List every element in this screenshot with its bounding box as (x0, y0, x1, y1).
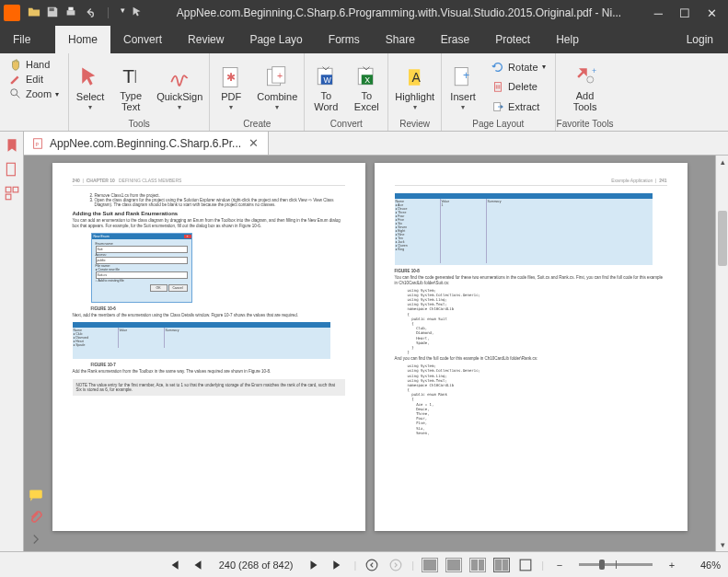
extract-button[interactable]: Extract (489, 99, 548, 114)
close-button[interactable]: ✕ (707, 6, 717, 20)
group-tools-label: Tools (129, 119, 150, 129)
prev-view-button[interactable] (364, 557, 380, 573)
svg-point-32 (390, 560, 401, 571)
menu-protect[interactable]: Protect (482, 26, 543, 53)
highlight-button[interactable]: AHighlight▾ (389, 55, 440, 119)
view-continuous[interactable] (445, 558, 462, 572)
svg-rect-27 (6, 194, 11, 200)
group-convert-label: Convert (330, 119, 363, 129)
bookmarks-tab[interactable] (4, 137, 20, 154)
menu-erase[interactable]: Erase (428, 26, 482, 53)
open-icon[interactable] (28, 6, 40, 21)
document-tab[interactable]: P AppNee.com.Beginning.C.Sharp.6.Pr... ✕ (24, 132, 269, 155)
pdf-button[interactable]: ✱PDF▾ (211, 55, 251, 119)
menu-forms[interactable]: Forms (316, 26, 373, 53)
login-link[interactable]: Login (687, 26, 728, 53)
next-view-button[interactable] (387, 557, 404, 573)
svg-text:P: P (35, 141, 39, 146)
svg-point-3 (11, 89, 17, 96)
add-tools-button[interactable]: +Add Tools (565, 55, 606, 119)
svg-text:T: T (122, 65, 134, 87)
next-page-button[interactable] (306, 557, 322, 573)
zoom-slider[interactable] (579, 563, 653, 566)
first-page-button[interactable] (166, 557, 182, 573)
print-icon[interactable] (64, 6, 77, 21)
attachments-panel-icon[interactable] (28, 509, 44, 525)
svg-text:✱: ✱ (226, 71, 236, 84)
page-view[interactable]: 240 | CHAPTER 10 DEFINING CLASS MEMBERS … (24, 156, 715, 551)
close-tab-button[interactable]: ✕ (247, 136, 260, 150)
svg-text:X: X (365, 75, 371, 85)
fullscreen-button[interactable] (517, 557, 534, 573)
group-create-label: Create (243, 119, 271, 129)
save-icon[interactable] (46, 6, 59, 21)
watermark: APPNEE.COM (559, 499, 688, 518)
scrollbar-thumb[interactable] (718, 211, 727, 266)
svg-rect-2 (68, 6, 73, 10)
view-facing-cont[interactable] (469, 558, 486, 572)
page-number[interactable]: 240 (268 of 842) (214, 560, 299, 571)
svg-text:+: + (592, 65, 596, 75)
last-page-button[interactable] (329, 557, 346, 573)
to-word-button[interactable]: WTo Word (306, 55, 346, 119)
svg-rect-1 (67, 10, 75, 15)
svg-text:+: + (277, 70, 283, 81)
svg-text:+: + (463, 69, 469, 82)
svg-rect-26 (13, 187, 18, 192)
document-tab-label: AppNee.com.Beginning.C.Sharp.6.Pr... (50, 137, 241, 150)
page-left: 240 | CHAPTER 10 DEFINING CLASS MEMBERS … (52, 163, 365, 531)
page-right: Example Application | 241 Name♦ Ace♦ Deu… (375, 163, 688, 531)
window-title: AppNee.com.Beginning.C.Sharp.6.Programmi… (144, 6, 654, 19)
view-facing[interactable] (493, 558, 510, 572)
insert-button[interactable]: +Insert▾ (443, 55, 483, 119)
svg-point-22 (586, 76, 593, 83)
group-page-layout-label: Page Layout (472, 119, 524, 129)
menu-file[interactable]: File (0, 26, 55, 53)
app-logo (4, 5, 20, 21)
svg-rect-24 (6, 163, 15, 176)
zoom-out-button[interactable]: − (551, 557, 568, 573)
svg-rect-30 (29, 490, 42, 498)
comments-panel-icon[interactable] (28, 487, 44, 503)
rotate-button[interactable]: Rotate ▾ (489, 60, 548, 75)
zoom-tool[interactable]: Zoom ▾ (6, 87, 62, 101)
zoom-in-button[interactable]: + (664, 557, 680, 573)
hand-tool[interactable]: Hand (6, 57, 62, 72)
menu-convert[interactable]: Convert (110, 26, 175, 53)
svg-rect-25 (6, 187, 11, 192)
svg-rect-0 (50, 7, 54, 11)
prev-page-button[interactable] (190, 557, 206, 573)
view-single[interactable] (422, 558, 438, 572)
quicksign-button[interactable]: QuickSign▾ (151, 55, 208, 119)
menu-share[interactable]: Share (373, 26, 428, 53)
zoom-level[interactable]: 46% (688, 560, 721, 571)
combine-button[interactable]: +Combine▾ (251, 55, 303, 119)
group-favorite-label: Favorite Tools (557, 119, 614, 129)
pages-tab[interactable] (4, 161, 20, 178)
pdf-icon: P (31, 137, 44, 150)
menu-review[interactable]: Review (175, 26, 237, 53)
menu-home[interactable]: Home (55, 26, 110, 53)
edit-tool[interactable]: Edit (6, 72, 62, 87)
svg-point-31 (366, 560, 377, 571)
pointer-tool-icon[interactable] (131, 6, 144, 21)
svg-text:A: A (411, 71, 421, 86)
thumbs-tab[interactable] (4, 185, 20, 202)
vertical-scrollbar[interactable]: ▴ ▾ (715, 156, 728, 551)
expand-panel-icon[interactable] (28, 531, 44, 548)
svg-text:W: W (324, 75, 332, 85)
select-button[interactable]: Select▾ (70, 55, 110, 119)
menu-page-layout[interactable]: Page Layo (237, 26, 315, 53)
menu-help[interactable]: Help (543, 26, 592, 53)
minimize-button[interactable]: ─ (654, 6, 663, 20)
dropdown-icon[interactable]: ▾ (121, 6, 125, 21)
type-text-button[interactable]: TType Text (110, 55, 151, 119)
svg-rect-33 (520, 560, 531, 571)
to-excel-button[interactable]: XTo Excel (346, 55, 387, 119)
group-review-label: Review (399, 119, 430, 129)
undo-icon[interactable] (83, 6, 96, 21)
delete-button[interactable]: Delete (489, 79, 548, 94)
maximize-button[interactable]: ☐ (679, 6, 690, 20)
